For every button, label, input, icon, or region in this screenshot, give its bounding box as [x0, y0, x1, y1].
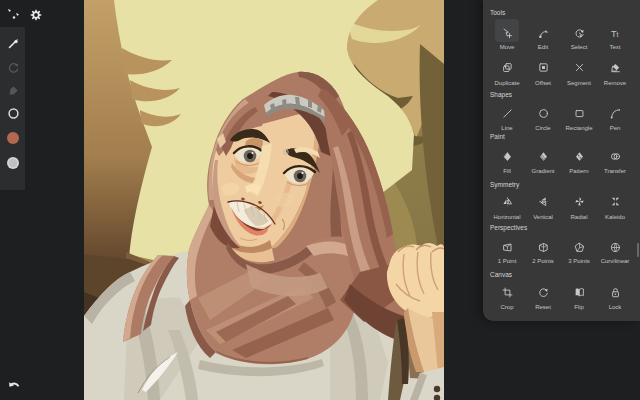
svg-text:t: t	[616, 30, 618, 37]
